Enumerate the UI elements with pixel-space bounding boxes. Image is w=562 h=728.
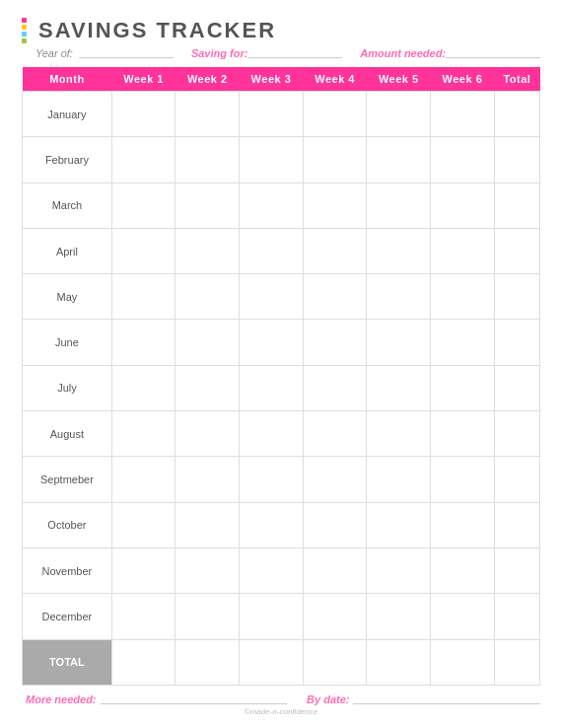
cell-week4 bbox=[303, 228, 367, 273]
cell-week5 bbox=[367, 228, 431, 273]
cell-week6 bbox=[431, 320, 495, 365]
col-total: Total bbox=[494, 67, 539, 92]
total-cell-5 bbox=[431, 639, 495, 685]
cell-week6 bbox=[431, 274, 495, 320]
cell-week6 bbox=[431, 502, 495, 547]
cell-week6 bbox=[431, 411, 495, 457]
cell-month: August bbox=[23, 411, 112, 457]
table-row: August bbox=[23, 411, 540, 457]
cell-week4 bbox=[303, 594, 367, 639]
cell-total bbox=[494, 594, 539, 639]
col-week2: Week 2 bbox=[176, 67, 240, 92]
year-label: Year of: bbox=[35, 47, 73, 59]
cell-week4 bbox=[303, 502, 367, 547]
table-row: June bbox=[23, 320, 540, 365]
total-cell-4 bbox=[367, 639, 431, 685]
cell-week2 bbox=[176, 365, 240, 410]
color-bar-yellow bbox=[22, 25, 27, 30]
cell-month: May bbox=[23, 274, 112, 320]
cell-month: March bbox=[23, 182, 112, 228]
year-spacer bbox=[79, 48, 174, 58]
col-week6: Week 6 bbox=[431, 67, 495, 92]
color-bar-green bbox=[22, 38, 27, 43]
cell-total bbox=[494, 182, 539, 228]
cell-week4 bbox=[303, 320, 367, 365]
cell-week3 bbox=[240, 411, 304, 457]
header-title-row: SAVINGS TRACKER bbox=[22, 18, 540, 43]
saving-spacer bbox=[247, 48, 342, 58]
watermark: ©made-n-confidence bbox=[22, 707, 540, 716]
cell-month: Septmeber bbox=[23, 457, 112, 502]
cell-week1 bbox=[111, 92, 176, 137]
cell-week5 bbox=[367, 457, 431, 502]
col-week5: Week 5 bbox=[367, 67, 431, 92]
cell-week1 bbox=[111, 547, 176, 593]
table-row: February bbox=[23, 137, 540, 182]
savings-table: Month Week 1 Week 2 Week 3 Week 4 Week 5… bbox=[22, 67, 540, 686]
color-bar-blue bbox=[22, 32, 27, 36]
cell-total bbox=[494, 92, 539, 137]
total-cell-6 bbox=[494, 639, 539, 685]
cell-total bbox=[494, 457, 539, 502]
table-row: Septmeber bbox=[23, 457, 540, 502]
color-bars bbox=[22, 18, 27, 43]
cell-week4 bbox=[303, 411, 367, 457]
cell-week5 bbox=[367, 137, 431, 182]
cell-week3 bbox=[240, 502, 304, 547]
table-row: January bbox=[23, 92, 540, 137]
table-row: March bbox=[23, 182, 540, 228]
total-row: TOTAL bbox=[23, 639, 540, 685]
cell-week2 bbox=[176, 182, 240, 228]
table-row: October bbox=[23, 502, 540, 547]
cell-week4 bbox=[303, 457, 367, 502]
cell-week3 bbox=[240, 182, 304, 228]
cell-week6 bbox=[431, 137, 495, 182]
cell-month: December bbox=[23, 594, 112, 639]
subtitle-row: Year of: Saving for: Amount needed: bbox=[22, 47, 540, 59]
cell-week4 bbox=[303, 182, 367, 228]
cell-week2 bbox=[176, 228, 240, 273]
cell-week3 bbox=[240, 547, 304, 593]
total-cell-2 bbox=[240, 639, 304, 685]
cell-week1 bbox=[111, 320, 176, 365]
cell-week3 bbox=[240, 457, 304, 502]
cell-total bbox=[494, 274, 539, 320]
more-needed-label: More needed: bbox=[26, 693, 97, 705]
cell-week6 bbox=[431, 594, 495, 639]
col-month: Month bbox=[23, 67, 112, 92]
total-cell-1 bbox=[176, 639, 240, 685]
cell-week4 bbox=[303, 274, 367, 320]
amount-label: Amount needed: bbox=[360, 47, 446, 59]
cell-week5 bbox=[367, 182, 431, 228]
cell-total bbox=[494, 502, 539, 547]
cell-week2 bbox=[176, 502, 240, 547]
cell-week5 bbox=[367, 411, 431, 457]
cell-week1 bbox=[111, 274, 176, 320]
cell-month: October bbox=[23, 502, 112, 547]
cell-total bbox=[494, 411, 539, 457]
cell-total bbox=[494, 320, 539, 365]
color-bar-pink bbox=[22, 18, 27, 23]
cell-week3 bbox=[240, 594, 304, 639]
cell-week5 bbox=[367, 320, 431, 365]
table-row: December bbox=[23, 594, 540, 639]
cell-total bbox=[494, 228, 539, 273]
col-week4: Week 4 bbox=[303, 67, 367, 92]
cell-week1 bbox=[111, 411, 176, 457]
cell-week2 bbox=[176, 457, 240, 502]
cell-week5 bbox=[367, 547, 431, 593]
cell-week2 bbox=[176, 547, 240, 593]
table-row: May bbox=[23, 274, 540, 320]
cell-week4 bbox=[303, 547, 367, 593]
cell-week2 bbox=[176, 92, 240, 137]
table-header-row: Month Week 1 Week 2 Week 3 Week 4 Week 5… bbox=[23, 67, 540, 92]
cell-month: February bbox=[23, 137, 112, 182]
by-date-label: By date: bbox=[307, 693, 349, 705]
total-cell-3 bbox=[303, 639, 367, 685]
cell-total bbox=[494, 365, 539, 410]
cell-week3 bbox=[240, 365, 304, 410]
amount-spacer bbox=[446, 48, 540, 58]
cell-month: June bbox=[23, 320, 112, 365]
cell-week6 bbox=[431, 547, 495, 593]
cell-week1 bbox=[111, 137, 176, 182]
